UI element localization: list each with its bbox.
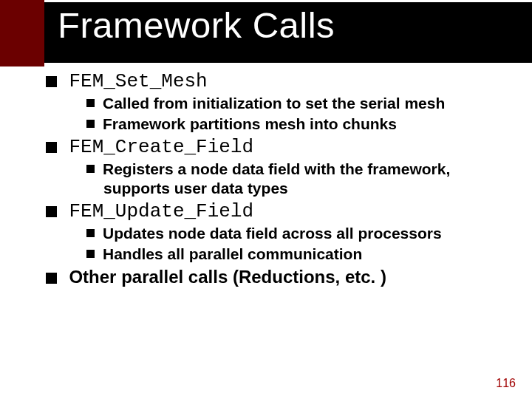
square-bullet-icon: [86, 229, 95, 237]
square-bullet-icon: [86, 250, 95, 258]
square-bullet-icon: [86, 99, 95, 107]
sub-list: Called from initialization to set the se…: [103, 94, 502, 133]
sub-list: Updates node data field across all proce…: [103, 224, 502, 263]
square-bullet-icon: [46, 76, 57, 87]
bullet-main: FEM_Set_Mesh Called from initialization …: [66, 70, 502, 133]
bullet-sub: Handles all parallel communication: [103, 245, 502, 264]
slide-title: Framework Calls: [58, 4, 335, 46]
square-bullet-icon: [46, 273, 57, 284]
bullet-main: FEM_Create_Field Registers a node data f…: [66, 136, 502, 197]
sub-label: Called from initialization to set the se…: [103, 95, 445, 112]
bullet-sub: Registers a node data field with the fra…: [103, 160, 502, 197]
square-bullet-icon: [46, 206, 57, 217]
sub-label: Handles all parallel communication: [103, 245, 362, 262]
square-bullet-icon: [86, 120, 95, 128]
sub-list: Registers a node data field with the fra…: [103, 160, 502, 197]
sub-label: Updates node data field across all proce…: [103, 225, 442, 242]
main-label: FEM_Update_Field: [69, 200, 253, 222]
main-label: FEM_Create_Field: [69, 136, 253, 158]
sub-label: Framework partitions mesh into chunks: [103, 115, 397, 132]
square-bullet-icon: [46, 142, 57, 153]
bullet-sub: Updates node data field across all proce…: [103, 224, 502, 243]
bullet-sub: Framework partitions mesh into chunks: [103, 115, 502, 134]
bullet-sub: Called from initialization to set the se…: [103, 94, 502, 113]
main-label: FEM_Set_Mesh: [69, 70, 207, 92]
content-area: FEM_Set_Mesh Called from initialization …: [0, 70, 532, 369]
sub-label: Registers a node data field with the fra…: [103, 160, 450, 197]
header-accent-block: [0, 0, 44, 66]
bullet-main: FEM_Update_Field Updates node data field…: [66, 200, 502, 263]
main-label: Other parallel calls (Reductions, etc. ): [69, 267, 386, 287]
bullet-main: Other parallel calls (Reductions, etc. ): [66, 267, 502, 287]
square-bullet-icon: [86, 165, 95, 173]
slide: Framework Calls FEM_Set_Mesh Called from…: [0, 0, 532, 399]
header: Framework Calls: [0, 0, 532, 66]
page-number: 116: [496, 377, 516, 390]
